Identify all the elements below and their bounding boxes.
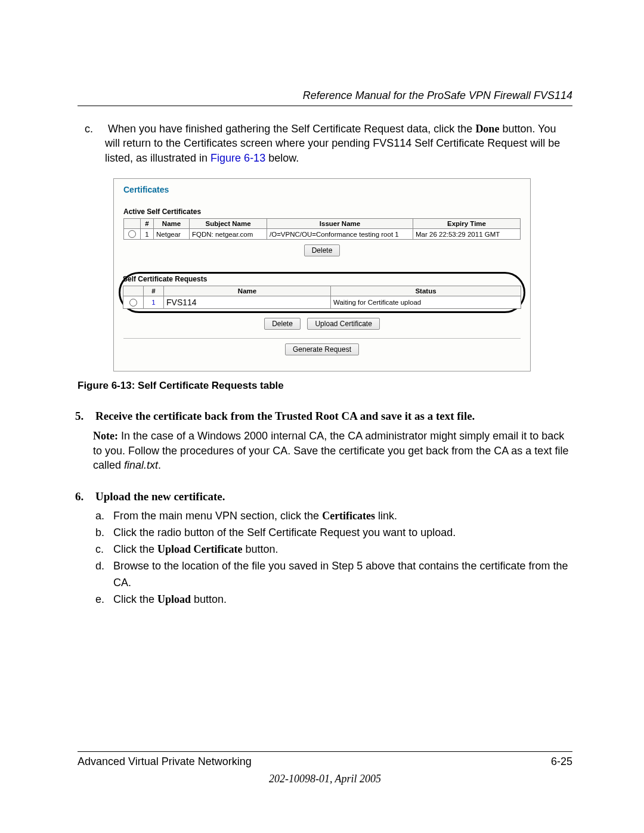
text: Click the (113, 593, 157, 605)
running-header: Reference Manual for the ProSafe VPN Fir… (78, 89, 572, 102)
step-6-substeps: a.From the main menu VPN section, click … (113, 508, 572, 608)
cell-name: FVS114 (164, 296, 331, 309)
cell-num[interactable]: 1 (144, 296, 164, 309)
list-marker: a. (95, 508, 113, 525)
page-footer: Advanced Virtual Private Networking 6-25… (78, 751, 572, 785)
list-marker: e. (95, 592, 113, 608)
footer-section-title: Advanced Virtual Private Networking (78, 755, 252, 768)
col-num: # (141, 218, 154, 228)
text: Click the (113, 543, 157, 555)
footer-rule (78, 751, 572, 752)
list-marker: d. (95, 558, 113, 575)
cell-issuer: /O=VPNC/OU=Conformance testing root 1 (267, 228, 413, 239)
list-marker-c: c. (85, 122, 105, 136)
table-row: 1 FVS114 Waiting for Certificate upload (123, 296, 521, 309)
col-num: # (144, 286, 164, 296)
figure-link[interactable]: Figure 6-13 (210, 152, 265, 164)
cell-status: Waiting for Certificate upload (331, 296, 521, 309)
substep-b: b.Click the radio button of the Self Cer… (113, 525, 572, 541)
header-rule (78, 106, 572, 106)
cell-subject: FQDN: netgear.com (190, 228, 267, 239)
step-title: Upload the new certificate. (95, 490, 225, 503)
text: From the main menu VPN section, click th… (113, 510, 322, 522)
step-4c-paragraph: c. When you have finished gathering the … (105, 122, 572, 165)
upload-certificate-button[interactable]: Upload Certificate (307, 318, 379, 330)
figure-caption: Figure 6-13: Self Certificate Requests t… (78, 380, 572, 392)
note-text: In the case of a Windows 2000 internal C… (93, 430, 568, 471)
upload-certificate-label: Upload Certificate (157, 543, 242, 555)
active-self-certificates-table: # Name Subject Name Issuer Name Expiry T… (123, 218, 521, 240)
step-number: 6. (75, 490, 93, 503)
text: below. (265, 152, 299, 164)
substep-d: d.Browse to the location of the file you… (113, 558, 572, 592)
col-expiry: Expiry Time (413, 218, 521, 228)
figure-6-13: Certificates Active Self Certificates # … (113, 178, 572, 371)
delete-button[interactable]: Delete (304, 244, 340, 256)
table-row: 1 Netgear FQDN: netgear.com /O=VPNC/OU=C… (124, 228, 521, 239)
footer-doc-id: 202-10098-01, April 2005 (78, 773, 572, 785)
substep-e: e.Click the Upload button. (113, 592, 572, 608)
text: . (158, 459, 161, 471)
self-certificate-requests-table: # Name Status 1 FVS114 Waiting for Certi… (123, 286, 521, 309)
generate-request-button[interactable]: Generate Request (285, 343, 359, 355)
substep-c: c.Click the Upload Certificate button. (113, 541, 572, 558)
col-issuer: Issuer Name (267, 218, 413, 228)
col-subject: Subject Name (190, 218, 267, 228)
text: When you have finished gathering the Sel… (108, 123, 475, 135)
active-self-certificates-heading: Active Self Certificates (123, 208, 521, 216)
cell-num: 1 (141, 228, 154, 239)
step-5: 5. Receive the certificate back from the… (93, 410, 572, 472)
substep-a: a.From the main menu VPN section, click … (113, 508, 572, 525)
row-radio[interactable] (129, 299, 137, 306)
self-certificate-requests-heading: Self Certificate Requests (123, 275, 521, 283)
delete-button[interactable]: Delete (264, 318, 301, 330)
highlight-ring: Self Certificate Requests # Name Status … (119, 272, 525, 313)
step-6: 6. Upload the new certificate. (93, 490, 572, 503)
step-title: Receive the certificate back from the Tr… (95, 410, 475, 422)
filename: final.txt (124, 459, 158, 471)
text: Click the radio button of the Self Certi… (113, 527, 456, 538)
done-label: Done (475, 123, 499, 135)
certificates-screenshot: Certificates Active Self Certificates # … (113, 178, 531, 371)
col-name: Name (154, 218, 190, 228)
col-status: Status (331, 286, 521, 296)
upload-label: Upload (157, 593, 191, 605)
text: button. (243, 543, 278, 555)
screenshot-title: Certificates (123, 185, 521, 194)
text: button. (191, 593, 227, 605)
list-marker: b. (95, 525, 113, 541)
row-radio[interactable] (128, 230, 136, 238)
certificates-label: Certificates (322, 510, 375, 522)
list-marker: c. (95, 541, 113, 558)
col-name: Name (164, 286, 331, 296)
page-number: 6-25 (551, 755, 572, 768)
text: link. (375, 510, 397, 522)
cell-name: Netgear (154, 228, 190, 239)
text: Browse to the location of the file you s… (113, 560, 568, 589)
cell-expiry: Mar 26 22:53:29 2011 GMT (413, 228, 521, 239)
step-number: 5. (75, 410, 93, 423)
note-label: Note: (93, 430, 118, 442)
